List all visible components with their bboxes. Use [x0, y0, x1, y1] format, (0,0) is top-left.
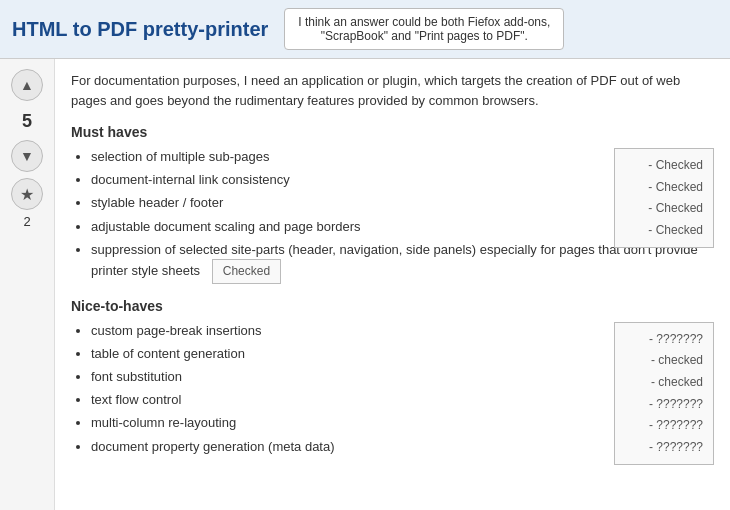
- upvote-button[interactable]: ▲: [11, 69, 43, 101]
- favorite-count: 2: [23, 214, 30, 229]
- vote-score: 5: [22, 111, 32, 132]
- nice-checked-item-6: - ???????: [625, 437, 703, 459]
- checked-box-must-haves: - Checked - Checked - Checked - Checked: [614, 148, 714, 248]
- page-title: HTML to PDF pretty-printer: [12, 18, 268, 41]
- intro-paragraph: For documentation purposes, I need an ap…: [71, 71, 714, 110]
- nice-to-haves-title: Nice-to-haves: [71, 298, 714, 314]
- checked-inline-badge: Checked: [212, 259, 281, 284]
- header: HTML to PDF pretty-printer I think an an…: [0, 0, 730, 59]
- content-area: For documentation purposes, I need an ap…: [55, 59, 730, 510]
- nice-checked-item-4: - ???????: [625, 394, 703, 416]
- nice-to-haves-area: - ??????? - checked - checked - ??????? …: [71, 322, 714, 456]
- checked-item-2: - Checked: [625, 177, 703, 199]
- downvote-button[interactable]: ▼: [11, 140, 43, 172]
- nice-checked-item-3: - checked: [625, 372, 703, 394]
- must-haves-title: Must haves: [71, 124, 714, 140]
- star-icon: ★: [20, 185, 34, 204]
- nice-checked-item-5: - ???????: [625, 415, 703, 437]
- checked-box-nice-to-haves: - ??????? - checked - checked - ??????? …: [614, 322, 714, 466]
- header-bubble: I think an answer could be both Fiefox a…: [284, 8, 564, 50]
- sidebar: ▲ 5 ▼ ★ 2: [0, 59, 55, 510]
- nice-checked-item-2: - checked: [625, 350, 703, 372]
- favorite-button[interactable]: ★: [11, 178, 43, 210]
- up-arrow-icon: ▲: [20, 77, 34, 93]
- checked-item-3: - Checked: [625, 198, 703, 220]
- nice-checked-item-1: - ???????: [625, 329, 703, 351]
- checked-item-4: - Checked: [625, 220, 703, 242]
- main-layout: ▲ 5 ▼ ★ 2 For documentation purposes, I …: [0, 59, 730, 510]
- must-haves-area: - Checked - Checked - Checked - Checked …: [71, 148, 714, 284]
- checked-item-1: - Checked: [625, 155, 703, 177]
- down-arrow-icon: ▼: [20, 148, 34, 164]
